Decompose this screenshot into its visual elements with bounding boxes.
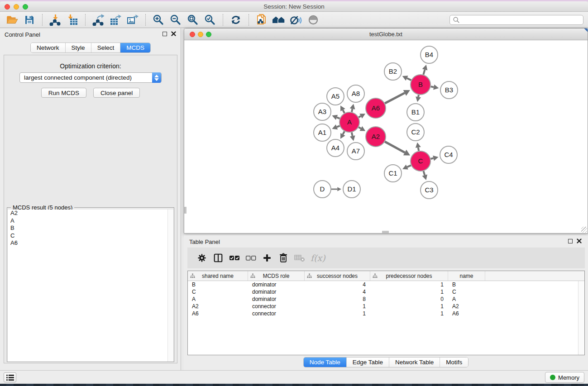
graph-node-A8[interactable]: A8: [347, 85, 364, 102]
tab-style[interactable]: Style: [66, 43, 91, 52]
graph-node-A2[interactable]: A2: [366, 127, 386, 147]
task-history-button[interactable]: [4, 372, 16, 382]
eye-button[interactable]: [305, 13, 322, 27]
show-column-button[interactable]: [210, 251, 226, 265]
tab-network-table[interactable]: Network Table: [389, 357, 440, 367]
table-cell[interactable]: 1: [370, 281, 448, 288]
table-cell[interactable]: 1: [370, 310, 448, 317]
table-cell[interactable]: 0: [370, 295, 448, 303]
result-item[interactable]: A6: [8, 239, 168, 247]
table-cell[interactable]: A6: [188, 310, 248, 317]
memory-button[interactable]: Memory: [545, 372, 584, 383]
export-image-button[interactable]: [124, 13, 141, 27]
tab-mcds[interactable]: MCDS: [120, 43, 150, 52]
graph-edge-A2-C[interactable]: [385, 142, 405, 152]
network-graph[interactable]: B4B2BB3A8A5A6A3B1AC2A1A2A4A7C4CC1DD1C3: [184, 40, 588, 233]
home-button[interactable]: [270, 13, 287, 27]
delete-column-button[interactable]: [275, 251, 292, 265]
graph-node-D[interactable]: D: [314, 181, 331, 198]
table-cell[interactable]: dominator: [248, 295, 305, 303]
tab-motifs[interactable]: Motifs: [440, 357, 468, 367]
new-network-from-file-button[interactable]: [253, 13, 270, 27]
graph-edge-A-A7[interactable]: [352, 132, 353, 136]
table-cell[interactable]: 4: [305, 288, 370, 295]
graph-node-D1[interactable]: D1: [343, 181, 360, 198]
optimization-criterion-dropdown[interactable]: largest connected component (directed): [19, 72, 162, 83]
close-panel-icon[interactable]: [577, 238, 582, 243]
table-options-button[interactable]: [194, 251, 210, 265]
tab-edge-table[interactable]: Edge Table: [347, 357, 389, 367]
tab-node-table[interactable]: Node Table: [304, 357, 347, 367]
table-cell[interactable]: dominator: [248, 281, 305, 288]
graph-node-C4[interactable]: C4: [440, 146, 457, 163]
column-header-name[interactable]: name: [448, 271, 485, 281]
column-header-shared-name[interactable]: shared name: [188, 271, 248, 281]
search-input[interactable]: [460, 16, 580, 24]
graph-edge-C-C2[interactable]: [418, 148, 419, 151]
zoom-in-button[interactable]: [150, 13, 167, 27]
graph-edge-A-A2[interactable]: [359, 127, 361, 129]
import-network-button[interactable]: [47, 13, 64, 27]
graph-node-B1[interactable]: B1: [407, 104, 424, 121]
table-cell[interactable]: 1: [305, 310, 370, 317]
graph-edge-B-B2[interactable]: [407, 78, 411, 80]
table-cell[interactable]: B: [188, 281, 248, 288]
table-cell[interactable]: 1: [370, 288, 448, 295]
canvas-scroll-nub-left[interactable]: [184, 207, 186, 214]
graph-edge-C-C3[interactable]: [424, 171, 425, 175]
table-row[interactable]: A2connector11A2: [188, 303, 578, 310]
graph-edge-C-C4[interactable]: [430, 158, 433, 159]
run-mcds-button[interactable]: Run MCDS: [41, 88, 86, 98]
export-network-button[interactable]: [90, 13, 107, 27]
export-table-button[interactable]: [107, 13, 124, 27]
graph-node-A6[interactable]: A6: [366, 98, 386, 118]
table-scrollbar[interactable]: [578, 281, 584, 355]
open-file-button[interactable]: [4, 13, 21, 27]
graph-node-C3[interactable]: C3: [421, 181, 438, 199]
graph-node-A3[interactable]: A3: [314, 103, 331, 120]
table-cell[interactable]: 8: [305, 295, 370, 303]
graph-node-B4[interactable]: B4: [421, 46, 438, 63]
graph-node-B[interactable]: B: [411, 75, 430, 95]
table-cell[interactable]: C: [448, 288, 485, 295]
tab-network[interactable]: Network: [31, 43, 66, 52]
delete-table-button[interactable]: [292, 251, 308, 265]
table-row[interactable]: Adominator80A: [188, 295, 578, 303]
table-cell[interactable]: connector: [248, 303, 305, 310]
float-panel-icon[interactable]: [163, 32, 167, 36]
graph-edge-A-A3[interactable]: [337, 117, 339, 118]
table-cell[interactable]: A: [188, 295, 248, 303]
result-item[interactable]: A2: [8, 210, 168, 217]
zoom-selected-button[interactable]: [201, 13, 219, 27]
result-item[interactable]: C: [8, 232, 168, 240]
table-cell[interactable]: B: [448, 281, 485, 288]
graph-node-A1[interactable]: A1: [314, 124, 331, 141]
table-cell[interactable]: A2: [448, 303, 485, 310]
table-row[interactable]: Bdominator41B: [188, 281, 578, 288]
canvas-scroll-nub-bottom[interactable]: [382, 231, 389, 233]
graph-edge-A-A6[interactable]: [359, 116, 361, 118]
table-cell[interactable]: 4: [305, 281, 370, 288]
mcds-result-list[interactable]: A2ABCA6: [8, 210, 168, 362]
zoom-out-button[interactable]: [167, 13, 184, 27]
graph-edge-A-A1[interactable]: [337, 126, 339, 127]
graph-edge-A-A5[interactable]: [343, 110, 344, 113]
table-cell[interactable]: A6: [448, 310, 485, 317]
add-column-button[interactable]: [259, 251, 275, 265]
graph-node-C[interactable]: C: [411, 151, 430, 171]
graph-node-A5[interactable]: A5: [327, 88, 344, 105]
tab-select[interactable]: Select: [91, 43, 121, 52]
table-cell[interactable]: C: [188, 288, 248, 295]
table-cell[interactable]: connector: [248, 310, 305, 317]
table-cell[interactable]: 1: [305, 303, 370, 310]
graph-node-B3[interactable]: B3: [440, 81, 458, 99]
graph-node-C1[interactable]: C1: [384, 165, 402, 182]
import-table-button[interactable]: [64, 13, 81, 27]
table-cell[interactable]: dominator: [248, 288, 305, 295]
hide-graphics-details-button[interactable]: [287, 13, 305, 27]
graph-edge-B-B1[interactable]: [418, 95, 419, 97]
column-header-mcds-role[interactable]: MCDS role: [248, 271, 305, 281]
search-box[interactable]: [449, 15, 583, 25]
result-item[interactable]: B: [8, 224, 168, 232]
table-row[interactable]: A6connector11A6: [188, 310, 578, 317]
